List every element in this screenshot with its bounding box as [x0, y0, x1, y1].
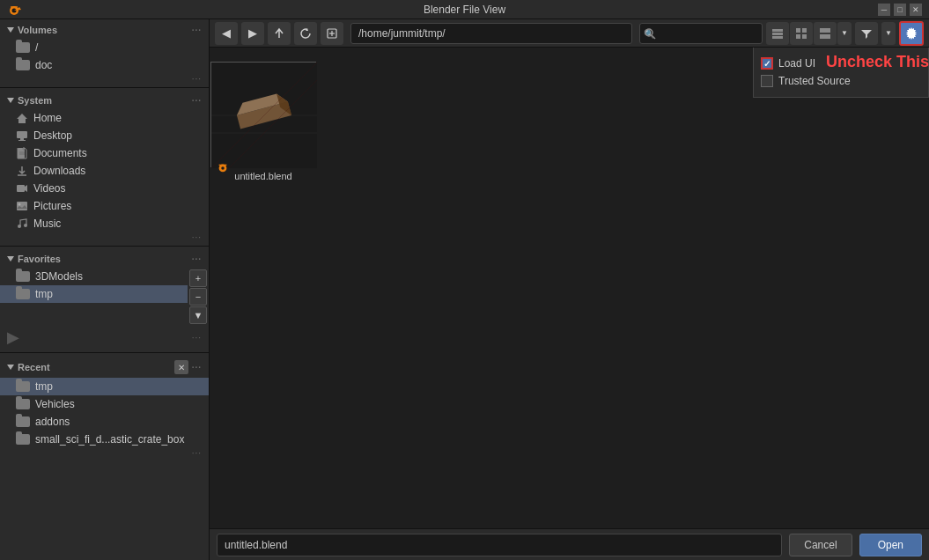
- file-name: untitled.blend: [234, 171, 291, 181]
- view-button-group: ▼: [766, 22, 852, 45]
- recent-header[interactable]: Recent ✕ ···: [0, 357, 209, 378]
- annotation-text: Uncheck This: [826, 53, 929, 71]
- blender-logo-icon: [7, 3, 21, 17]
- recent-title: Recent: [18, 362, 50, 372]
- sidebar-item-desktop-label: Desktop: [33, 129, 202, 142]
- sidebar-item-recent-addons[interactable]: addons: [0, 413, 209, 431]
- sidebar-item-videos[interactable]: Videos: [0, 180, 209, 197]
- svg-rect-27: [802, 34, 807, 39]
- sidebar-item-pictures[interactable]: Pictures: [0, 197, 209, 215]
- sidebar-item-recent-tmp[interactable]: tmp: [0, 378, 209, 395]
- favorites-header[interactable]: Favorites ···: [0, 250, 209, 268]
- volumes-more-icon: ···: [192, 74, 202, 84]
- sidebar-item-home[interactable]: Home: [0, 109, 209, 127]
- settings-button[interactable]: [899, 21, 924, 46]
- volumes-title: Volumes: [18, 25, 57, 35]
- music-icon: [16, 217, 28, 230]
- sidebar-item-3dmodels-label: 3DModels: [35, 270, 181, 283]
- svg-point-15: [24, 224, 27, 227]
- favorites-down-button[interactable]: ▼: [189, 306, 207, 324]
- sidebar-item-recent-tmp-label: tmp: [35, 380, 202, 393]
- sidebar-item-root[interactable]: /: [0, 39, 209, 56]
- filename-input[interactable]: [217, 534, 782, 556]
- sidebar-item-documents[interactable]: Documents: [0, 144, 209, 162]
- recent-options-icon[interactable]: ···: [192, 363, 202, 372]
- refresh-icon: [299, 27, 312, 40]
- recent-collapse-icon: [7, 365, 14, 370]
- system-section: System ··· Home Desktop: [0, 90, 209, 244]
- svg-rect-28: [820, 28, 830, 33]
- sidebar-item-documents-label: Documents: [33, 147, 202, 159]
- view-dropdown-icon: ▼: [841, 29, 848, 37]
- sidebar-item-downloads[interactable]: Downloads: [0, 162, 209, 180]
- volumes-options-icon[interactable]: ···: [192, 26, 202, 35]
- sidebar-item-recent-crate[interactable]: small_sci_fi_d...astic_crate_box: [0, 431, 209, 448]
- content-area: ◀ ▶: [210, 19, 929, 560]
- sidebar-item-recent-addons-label: addons: [35, 416, 202, 428]
- list-view-icon: [771, 27, 784, 40]
- svg-rect-24: [796, 28, 800, 33]
- large-view-icon: [819, 27, 831, 40]
- view-large-button[interactable]: [814, 22, 837, 45]
- up-button[interactable]: [268, 22, 291, 45]
- maximize-button[interactable]: □: [894, 4, 906, 16]
- svg-rect-23: [772, 36, 783, 39]
- volumes-collapse-icon: [7, 27, 14, 33]
- forward-button[interactable]: ▶: [241, 22, 264, 45]
- filter-icon: [860, 27, 873, 40]
- cancel-button[interactable]: Cancel: [789, 534, 852, 556]
- sidebar-item-videos-label: Videos: [33, 182, 202, 195]
- minimize-button[interactable]: ─: [878, 4, 890, 16]
- sidebar-item-doc-label: doc: [35, 59, 202, 71]
- favorites-remove-button[interactable]: −: [189, 288, 207, 306]
- favorites-add-button[interactable]: +: [189, 269, 207, 287]
- svg-rect-11: [17, 185, 25, 192]
- sidebar-item-3dmodels[interactable]: 3DModels: [0, 268, 188, 285]
- view-dropdown-button[interactable]: ▼: [837, 22, 852, 45]
- svg-rect-26: [796, 34, 800, 39]
- filter-button[interactable]: [855, 22, 878, 45]
- file-item-untitled-blend[interactable]: untitled.blend: [224, 62, 303, 181]
- view-medium-button[interactable]: [790, 22, 813, 45]
- volumes-header[interactable]: Volumes ···: [0, 21, 209, 39]
- title-bar-left: [7, 3, 21, 17]
- back-button[interactable]: ◀: [215, 22, 238, 45]
- sidebar-item-tmp-fav[interactable]: tmp: [0, 285, 188, 303]
- sidebar-item-desktop[interactable]: Desktop: [0, 127, 209, 144]
- title-bar-controls: ─ □ ✕: [878, 4, 922, 16]
- bookmark-button[interactable]: [321, 22, 343, 45]
- favorites-options-icon[interactable]: ···: [192, 254, 202, 264]
- system-header[interactable]: System ···: [0, 92, 209, 109]
- system-options-icon[interactable]: ···: [192, 96, 202, 106]
- svg-point-14: [18, 225, 21, 228]
- medium-view-icon: [795, 27, 807, 40]
- favorites-section: Favorites ··· 3DModels tmp +: [0, 248, 209, 350]
- sidebar-item-root-label: /: [35, 41, 202, 54]
- svg-rect-5: [20, 138, 24, 140]
- search-input[interactable]: [639, 23, 763, 44]
- trusted-source-row: Trusted Source: [761, 72, 921, 90]
- search-icon: [644, 27, 656, 40]
- trusted-source-checkbox[interactable]: [761, 75, 773, 87]
- filter-dropdown-button[interactable]: ▼: [881, 22, 896, 45]
- sidebar-item-music-label: Music: [33, 217, 202, 230]
- system-more-icon: ···: [192, 232, 202, 242]
- folder-recent-addons-icon: [16, 416, 30, 427]
- favorites-side-controls: + − ▼: [188, 268, 209, 326]
- load-ui-checkbox[interactable]: ✓: [761, 57, 773, 70]
- svg-rect-12: [17, 202, 27, 210]
- sidebar-item-recent-vehicles[interactable]: Vehicles: [0, 395, 209, 413]
- svg-point-40: [221, 166, 225, 170]
- view-list-button[interactable]: [766, 22, 789, 45]
- open-button[interactable]: Open: [859, 534, 922, 556]
- refresh-button[interactable]: [294, 22, 317, 45]
- svg-point-13: [18, 203, 21, 206]
- favorites-content: 3DModels tmp + − ▼: [0, 268, 209, 326]
- drive-doc-icon: [16, 60, 30, 70]
- sidebar-item-music[interactable]: Music: [0, 215, 209, 232]
- recent-clear-button[interactable]: ✕: [174, 360, 188, 374]
- home-icon: [16, 112, 28, 124]
- sidebar-item-doc[interactable]: doc: [0, 56, 209, 74]
- close-button[interactable]: ✕: [910, 4, 922, 16]
- path-input[interactable]: [350, 23, 632, 44]
